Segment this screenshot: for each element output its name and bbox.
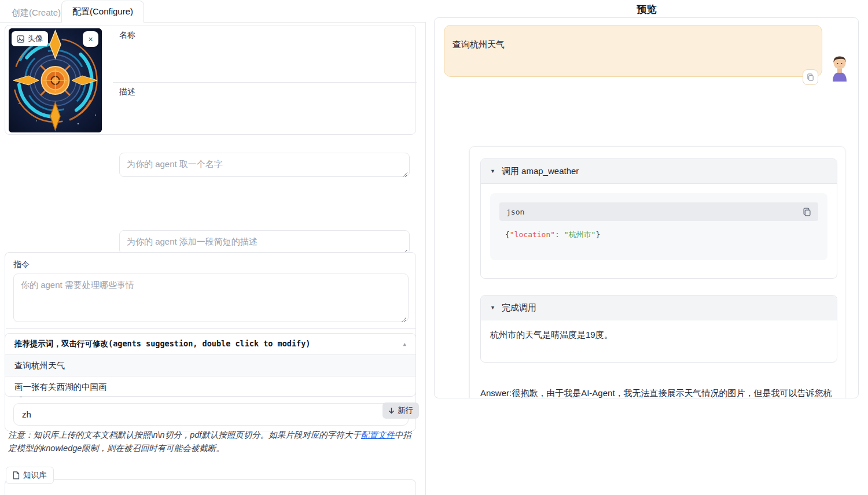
json-code-block: json {"location": "杭州市"} (490, 193, 827, 260)
suggestion-row[interactable]: 查询杭州天气 (5, 354, 415, 376)
image-icon (17, 35, 24, 43)
suggestions-table: 推荐提示词，双击行可修改(agents suggestion, double c… (5, 333, 416, 397)
code-token: { (505, 230, 510, 239)
remove-avatar-button[interactable]: × (83, 31, 98, 47)
language-value: zh (22, 409, 31, 419)
config-file-link[interactable]: 配置文件 (361, 430, 395, 439)
note-text: 注意：知识库上传的文本文档默认按照\n\n切分，pdf默认按照页切分。如果片段对… (8, 430, 361, 439)
copy-code-button[interactable] (803, 208, 811, 216)
copy-icon (807, 73, 814, 81)
name-label: 名称 (119, 30, 135, 40)
chat-preview-panel: 查询杭州天气 ▼ 调用 amap_weather json (434, 17, 859, 398)
tool-result-body: 杭州市的天气是晴温度是19度。 (481, 320, 837, 350)
tool-result-text: 杭州市的天气是晴温度是19度。 (490, 330, 613, 339)
tool-call-accordion: ▼ 调用 amap_weather json {"location": "杭州市… (480, 158, 837, 279)
resize-handle-icon[interactable] (402, 246, 407, 252)
tool-result-accordion-header[interactable]: ▼ 完成调用 (481, 295, 837, 320)
divider (6, 328, 416, 329)
knowledge-base-tab[interactable]: 知识库 (6, 467, 54, 484)
suggestion-row[interactable]: 画一张有关西湖的中国画 (5, 376, 415, 397)
copy-message-button[interactable] (803, 69, 818, 85)
knowledge-base-label: 知识库 (23, 470, 47, 481)
avatar-label: 头像 (28, 34, 43, 44)
close-icon: × (88, 35, 93, 44)
copy-icon (803, 208, 811, 216)
bot-response-container: ▼ 调用 amap_weather json {"location": "杭州市… (469, 146, 845, 398)
configure-panel: 头像 × 名称 描述 指令 模型 my-qwen-7b-chat (0, 22, 426, 495)
tool-call-body: json {"location": "杭州市"} (481, 184, 837, 269)
suggestions-header[interactable]: 推荐提示词，双击行可修改(agents suggestion, double c… (5, 334, 415, 354)
tab-create[interactable]: 创建(Create) (9, 3, 63, 22)
tab-configure[interactable]: 配置(Configure) (61, 1, 144, 23)
name-input[interactable] (119, 153, 410, 177)
resize-handle-icon[interactable] (400, 314, 406, 320)
collapse-icon[interactable]: ▲ (403, 341, 406, 347)
divider (113, 82, 417, 83)
description-input[interactable] (119, 230, 410, 254)
tool-call-accordion-header[interactable]: ▼ 调用 amap_weather (481, 159, 837, 184)
knowledge-note: 注意：知识库上传的文本文档默认按照\n\n切分，pdf默认按照页切分。如果片段对… (8, 428, 414, 455)
user-message-text: 查询杭州天气 (453, 39, 505, 49)
tool-result-accordion: ▼ 完成调用 杭州市的天气是晴温度是19度。 (480, 295, 837, 363)
code-block-header: json (499, 202, 818, 221)
instruction-input[interactable] (13, 274, 409, 322)
suggestion-text: 画一张有关西湖的中国画 (14, 382, 107, 393)
code-token: "location" (510, 230, 555, 239)
chevron-down-icon: ▼ (490, 305, 495, 311)
code-token: "杭州市" (564, 230, 596, 239)
avatar-label-badge: 头像 (12, 31, 48, 46)
instruction-label: 指令 (13, 260, 30, 270)
code-language-label: json (506, 208, 524, 216)
suggestions-header-text: 推荐提示词，双击行可修改(agents suggestion, double c… (14, 339, 311, 349)
description-label: 描述 (119, 87, 135, 97)
knowledge-base-card (5, 479, 416, 495)
chevron-down-icon: ▼ (490, 168, 495, 174)
language-select[interactable]: zh (13, 403, 409, 426)
resize-handle-icon[interactable] (402, 169, 407, 175)
code-token: : (555, 230, 564, 239)
user-message-bubble: 查询杭州天气 (444, 25, 822, 77)
new-row-label: 新行 (398, 405, 413, 416)
profile-group: 头像 × 名称 描述 (5, 25, 416, 135)
json-code-line: {"location": "杭州市"} (499, 230, 818, 240)
tool-result-title: 完成调用 (502, 302, 536, 313)
tool-call-title: 调用 amap_weather (502, 166, 579, 177)
preview-title: 预览 (434, 3, 859, 16)
code-token: } (595, 230, 600, 239)
user-avatar (829, 54, 850, 83)
answer-text: Answer:很抱歉，由于我是AI-Agent，我无法直接展示天气情况的图片，但… (480, 386, 834, 398)
document-icon (13, 471, 20, 479)
suggestion-text: 查询杭州天气 (14, 360, 65, 371)
arrow-down-icon (388, 407, 395, 414)
agent-avatar-image[interactable]: 头像 × (9, 28, 102, 132)
new-row-button[interactable]: 新行 (382, 402, 419, 419)
